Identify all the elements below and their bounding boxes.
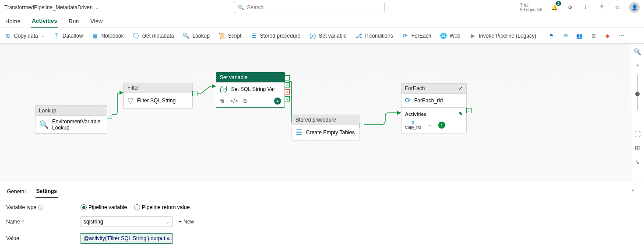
grid-icon[interactable]: ⊞: [590, 32, 598, 40]
tool-notebook[interactable]: ▤Notebook: [91, 32, 123, 39]
copy-data-icon: ⧉: [412, 120, 414, 125]
output-port-success[interactable]: ✓: [192, 91, 197, 96]
tool-copy-data[interactable]: ⧉Copy data⌄: [4, 32, 44, 39]
download-icon[interactable]: ⤓: [582, 3, 590, 11]
settings-gear-icon[interactable]: ⚙: [566, 3, 574, 11]
pipeline-canvas[interactable]: Lookup 🔍 EnvironmentVariableLookup ✓ Fil…: [0, 44, 644, 181]
node-activity-name: Set SQL String Var: [231, 86, 275, 92]
info-icon[interactable]: i: [38, 205, 43, 210]
node-filter[interactable]: Filter ▽ Filter SQL String ✓: [123, 83, 193, 108]
node-lookup[interactable]: Lookup 🔍 EnvironmentVariableLookup ✓: [35, 105, 107, 134]
add-inner-activity[interactable]: +: [438, 122, 445, 129]
tool-dataflow[interactable]: ᛘDataflow: [53, 32, 83, 39]
node-foreach[interactable]: ForEach ⤢ ⟳ ForEach_rld Activities ✎ ⧉ C…: [401, 83, 467, 133]
tab-settings[interactable]: Settings: [35, 185, 58, 198]
node-header: Filter: [124, 83, 192, 93]
collapse-canvas-icon[interactable]: ↘: [633, 157, 642, 166]
tool-script[interactable]: 📜Script: [218, 32, 242, 39]
nav-run[interactable]: Run: [68, 15, 80, 27]
edit-icon[interactable]: ✎: [459, 111, 463, 117]
node-header: ForEach ⤢: [401, 84, 466, 94]
name-select[interactable]: sqlstring ⌄: [81, 217, 172, 227]
foreach-icon: ⟳: [402, 32, 409, 39]
chevron-down-icon: ⌄: [166, 220, 169, 224]
new-variable-button[interactable]: + New: [179, 219, 194, 225]
user-avatar[interactable]: 👤: [629, 2, 640, 13]
outlook-icon[interactable]: ✉: [562, 32, 570, 40]
radio-pipeline-return-value[interactable]: Pipeline return value: [134, 204, 190, 210]
row-value: Value @activity('Filter SQL String').out…: [6, 233, 638, 244]
output-port-success[interactable]: ✓: [466, 108, 472, 113]
code-icon[interactable]: </>: [230, 98, 238, 104]
search-box[interactable]: 🔍: [234, 2, 385, 13]
expand-icon[interactable]: ⤢: [458, 85, 463, 91]
zoom-out-icon[interactable]: −: [633, 115, 642, 124]
panel-tabs: General Settings ⌃: [6, 185, 638, 198]
arrow-icon: →: [427, 122, 432, 128]
copy-icon[interactable]: ⧉: [243, 98, 247, 104]
variable-icon: (𝑥): [220, 85, 228, 93]
tool-set-variable[interactable]: (𝑥)Set variable: [309, 32, 346, 39]
tool-lookup[interactable]: 🔍Lookup: [183, 32, 209, 39]
properties-panel: General Settings ⌃ Variable type i Pipel…: [0, 181, 644, 248]
tool-stored-proc[interactable]: ☰Stored procedure: [250, 32, 301, 39]
more-icon[interactable]: ⋯: [618, 32, 626, 40]
pipeline-title: TransformedPipeline_MetadataDriven: [4, 4, 93, 10]
info-icon: ⓘ: [133, 32, 140, 39]
foreach-icon: ⟳: [405, 96, 411, 105]
foreach-inner-activities: Activities ✎ ⧉ Copy_rld → +: [401, 107, 466, 133]
tool-invoke-pipeline[interactable]: ▶Invoke Pipeline (Legacy): [469, 32, 536, 39]
stored-proc-icon: ☰: [250, 32, 257, 39]
feedback-icon[interactable]: ☺: [613, 3, 621, 11]
node-activity-name: Create Empty Tables: [306, 129, 355, 136]
node-header: Lookup: [35, 106, 107, 116]
tool-web[interactable]: 🌐Web: [440, 32, 460, 39]
value-expression-input[interactable]: @activity('Filter SQL String').output.v.…: [81, 233, 172, 244]
script-icon: 📜: [218, 32, 225, 39]
output-port-success[interactable]: ✓: [359, 123, 364, 128]
node-header: Set variable: [216, 73, 285, 83]
nav-activities[interactable]: Activities: [31, 15, 58, 28]
add-output-button[interactable]: +: [274, 98, 281, 105]
tab-general[interactable]: General: [6, 186, 27, 197]
nav-view[interactable]: View: [89, 15, 103, 27]
row-name: Name * sqlstring ⌄ + New: [6, 217, 638, 227]
globe-icon: 🌐: [440, 32, 447, 39]
node-stored-procedure[interactable]: Stored procedure ☰ Create Empty Tables ✓: [292, 115, 359, 140]
search-canvas-icon[interactable]: 🔍: [633, 47, 642, 56]
search-icon: 🔍: [238, 4, 244, 10]
nav-home[interactable]: Home: [4, 15, 21, 27]
radio-pipeline-variable[interactable]: Pipeline variable: [81, 204, 127, 210]
fit-screen-icon[interactable]: ⛶: [633, 129, 642, 138]
zoom-slider[interactable]: [637, 75, 638, 110]
tool-foreach[interactable]: ⟳ForEach: [402, 32, 431, 39]
tool-if-conditions[interactable]: ⎇If conditions: [355, 32, 393, 39]
flag-icon[interactable]: ⚑: [548, 32, 556, 40]
lookup-icon: 🔍: [39, 120, 49, 129]
output-port-success[interactable]: ✓: [107, 114, 112, 119]
variable-type-label: Variable type: [6, 204, 36, 210]
node-activity-name: EnvironmentVariableLookup: [52, 119, 103, 131]
inner-activity-copy[interactable]: ⧉ Copy_rld: [405, 120, 421, 129]
notifications-icon[interactable]: 🔔2: [550, 3, 558, 11]
databricks-icon[interactable]: ◆: [604, 32, 612, 40]
value-label: Value: [6, 235, 19, 241]
help-icon[interactable]: ?: [598, 3, 605, 11]
pipeline-title-dropdown[interactable]: TransformedPipeline_MetadataDriven ⌄: [4, 4, 99, 10]
zoom-in-icon[interactable]: +: [633, 61, 642, 70]
inner-activities-label: Activities: [405, 112, 426, 117]
node-set-variable[interactable]: Set variable (𝑥) Set SQL String Var 🗑 </…: [216, 72, 285, 108]
collapse-panel-icon[interactable]: ⌃: [631, 189, 638, 195]
auto-arrange-icon[interactable]: ⊞: [633, 143, 642, 152]
lookup-icon: 🔍: [183, 32, 190, 39]
teams-icon[interactable]: 👥: [576, 32, 584, 40]
output-port-failure[interactable]: ✕: [285, 89, 290, 94]
output-port-skip[interactable]: ↳: [285, 96, 290, 101]
search-input[interactable]: [247, 4, 381, 10]
delete-icon[interactable]: 🗑: [220, 98, 225, 104]
output-port-success[interactable]: →: [285, 75, 290, 80]
branch-icon: ⎇: [355, 32, 362, 39]
tool-get-metadata[interactable]: ⓘGet metadata: [133, 32, 174, 39]
output-port-completion[interactable]: ✓: [285, 82, 290, 87]
copy-data-icon: ⧉: [4, 32, 11, 39]
